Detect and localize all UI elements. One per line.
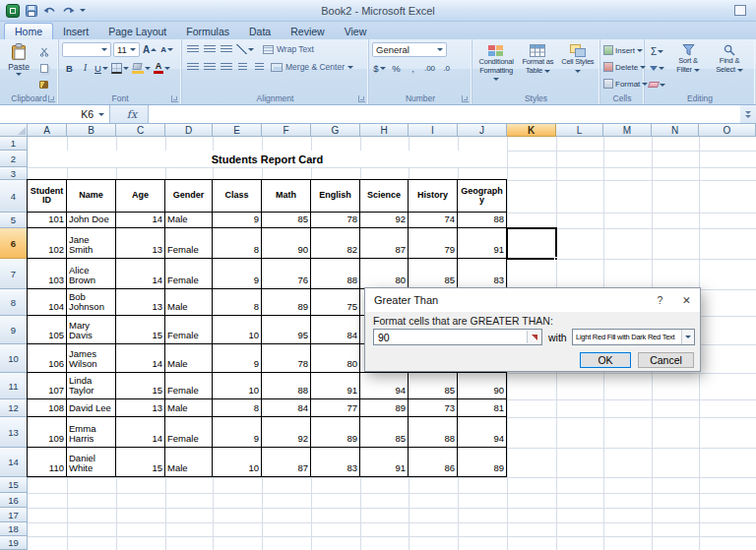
cell-B7[interactable]: Alice Brown xyxy=(67,259,116,289)
cell-B6[interactable]: Jane Smith xyxy=(67,228,116,259)
tab-insert[interactable]: Insert xyxy=(53,23,98,39)
col-header-M[interactable]: M xyxy=(603,124,652,137)
cell-A5[interactable]: 101 xyxy=(28,213,67,228)
fill-color-button[interactable] xyxy=(131,61,152,75)
cell-D6[interactable]: Female xyxy=(165,228,213,259)
cell-C4[interactable]: Age xyxy=(116,180,165,213)
fill-button[interactable] xyxy=(648,61,666,75)
cell-B13[interactable]: Emma Harris xyxy=(67,417,116,448)
decrease-indent-button[interactable] xyxy=(235,60,250,74)
cell-H4[interactable]: Science xyxy=(360,180,409,213)
cell-D5[interactable]: Male xyxy=(165,213,213,228)
cell-I7[interactable]: 85 xyxy=(409,259,458,289)
cell-C12[interactable]: 13 xyxy=(116,399,165,417)
row-header-7[interactable]: 7 xyxy=(0,259,28,289)
row-header-1[interactable]: 1 xyxy=(0,137,28,151)
cell-G8[interactable]: 75 xyxy=(311,289,360,316)
formula-input[interactable] xyxy=(148,105,740,123)
col-header-E[interactable]: E xyxy=(213,124,262,137)
row-header-18[interactable]: 18 xyxy=(0,522,28,536)
row-header-16[interactable]: 16 xyxy=(0,493,28,508)
cell-H13[interactable]: 85 xyxy=(360,417,409,448)
increase-indent-button[interactable] xyxy=(252,60,267,74)
cell-I13[interactable]: 88 xyxy=(409,417,458,448)
col-header-N[interactable]: N xyxy=(652,124,699,137)
cell-E12[interactable]: 8 xyxy=(213,399,262,417)
cell-F9[interactable]: 95 xyxy=(262,316,311,344)
clipboard-dialog-launcher[interactable] xyxy=(48,95,55,102)
insert-function-button[interactable]: fx xyxy=(116,105,148,123)
cell-I5[interactable]: 74 xyxy=(409,213,458,228)
cell-E14[interactable]: 10 xyxy=(213,448,262,477)
cell-C11[interactable]: 15 xyxy=(116,373,165,399)
col-header-A[interactable]: A xyxy=(28,124,67,137)
window-control-icon[interactable] xyxy=(734,5,746,16)
cell-C14[interactable]: 15 xyxy=(116,448,165,477)
cell-A6[interactable]: 102 xyxy=(28,228,67,259)
cell-G14[interactable]: 83 xyxy=(311,448,360,477)
col-header-F[interactable]: F xyxy=(262,124,311,137)
cell-styles-button[interactable]: Cell Styles xyxy=(559,42,597,92)
cell-D12[interactable]: Male xyxy=(165,399,213,417)
row-header-2[interactable]: 2 xyxy=(0,151,28,167)
cell-F6[interactable]: 90 xyxy=(262,228,311,259)
decrease-decimal-button[interactable]: .0 xyxy=(439,61,454,75)
cell-E7[interactable]: 9 xyxy=(213,259,262,289)
underline-button[interactable]: U xyxy=(94,61,109,75)
delete-cells-button[interactable]: Delete xyxy=(603,60,641,74)
row-header-5[interactable]: 5 xyxy=(0,213,28,228)
grow-font-button[interactable]: A xyxy=(142,43,158,57)
cell-A7[interactable]: 103 xyxy=(28,259,67,289)
merged-title-cell[interactable]: Students Report Card xyxy=(28,151,507,167)
number-format-select[interactable]: General xyxy=(372,42,447,57)
format-painter-button[interactable] xyxy=(36,78,51,92)
undo-button[interactable] xyxy=(42,4,57,18)
find-select-button[interactable]: Find & Select xyxy=(710,42,749,92)
alignment-dialog-launcher[interactable] xyxy=(358,95,365,102)
cell-F14[interactable]: 87 xyxy=(262,448,311,477)
cell-G12[interactable]: 77 xyxy=(311,399,360,417)
save-button[interactable] xyxy=(24,4,38,18)
cell-D13[interactable]: Female xyxy=(165,417,213,448)
cell-I4[interactable]: History xyxy=(409,180,458,213)
cell-E4[interactable]: Class xyxy=(213,180,262,213)
cell-E13[interactable]: 9 xyxy=(213,417,262,448)
cell-C5[interactable]: 14 xyxy=(116,213,165,228)
customize-qat-arrow[interactable] xyxy=(80,9,86,12)
col-header-H[interactable]: H xyxy=(360,124,409,137)
cell-D14[interactable]: Male xyxy=(165,448,213,477)
cell-B8[interactable]: Bob Johnson xyxy=(67,289,116,316)
col-header-C[interactable]: C xyxy=(116,124,165,137)
cell-B10[interactable]: James Wilson xyxy=(67,344,116,373)
cell-J5[interactable]: 88 xyxy=(458,213,507,228)
cell-I12[interactable]: 73 xyxy=(409,399,458,417)
cell-D4[interactable]: Gender xyxy=(165,180,213,213)
accounting-format-button[interactable]: $ xyxy=(372,61,387,75)
cell-G7[interactable]: 88 xyxy=(311,259,360,289)
dialog-help-button[interactable]: ? xyxy=(647,288,673,312)
cell-B12[interactable]: David Lee xyxy=(67,399,116,417)
cell-G4[interactable]: English xyxy=(311,180,360,213)
cell-C8[interactable]: 13 xyxy=(116,289,165,316)
align-bottom-button[interactable] xyxy=(219,42,233,56)
cell-A14[interactable]: 110 xyxy=(28,448,67,477)
align-middle-button[interactable] xyxy=(202,42,217,56)
cell-A9[interactable]: 105 xyxy=(28,316,67,344)
sort-filter-button[interactable]: Sort & Filter xyxy=(669,42,707,92)
cell-J4[interactable]: Geography xyxy=(458,180,507,213)
align-left-button[interactable] xyxy=(185,60,200,74)
tab-formulas[interactable]: Formulas xyxy=(176,23,239,39)
format-cells-button[interactable]: Format xyxy=(603,77,641,91)
cell-E9[interactable]: 10 xyxy=(213,316,262,344)
office-button[interactable] xyxy=(6,4,20,18)
cell-C13[interactable]: 14 xyxy=(116,417,165,448)
row-header-4[interactable]: 4 xyxy=(0,180,28,213)
autosum-button[interactable]: Σ xyxy=(648,44,666,58)
cell-F13[interactable]: 92 xyxy=(262,417,311,448)
conditional-formatting-button[interactable]: Conditional Formatting xyxy=(475,42,517,92)
col-header-B[interactable]: B xyxy=(67,124,116,137)
cell-J11[interactable]: 90 xyxy=(458,373,507,399)
cell-J6[interactable]: 91 xyxy=(458,228,507,259)
row-header-9[interactable]: 9 xyxy=(0,316,28,344)
cell-E10[interactable]: 9 xyxy=(213,344,262,373)
